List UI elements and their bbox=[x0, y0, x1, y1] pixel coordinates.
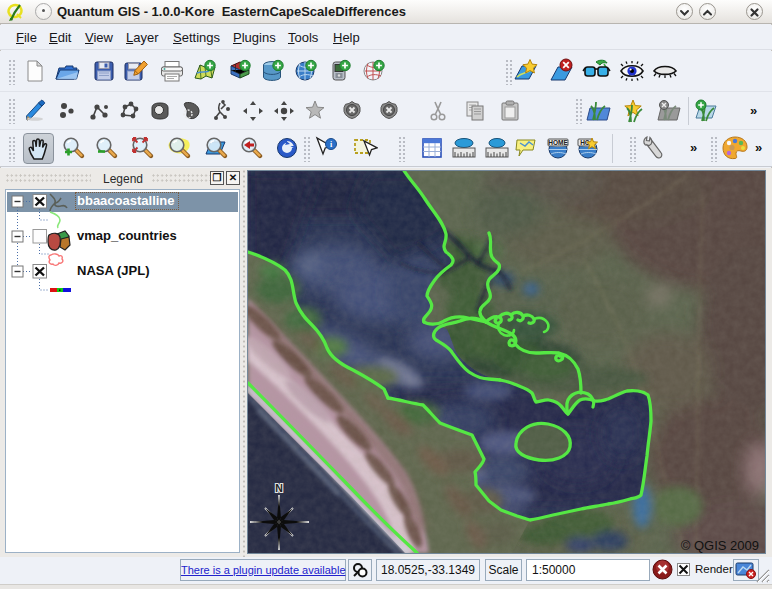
svg-text:N: N bbox=[275, 482, 283, 494]
svg-text:HOME: HOME bbox=[548, 139, 568, 146]
svg-text:© QGIS 2009: © QGIS 2009 bbox=[681, 538, 759, 553]
